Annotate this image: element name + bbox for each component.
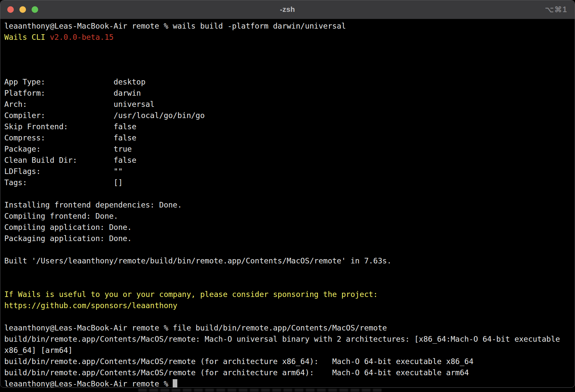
terminal-line: Compiler: /usr/local/go/bin/go (4, 110, 575, 121)
terminal-line: Platform: darwin (4, 87, 575, 99)
terminal-text-segment: Wails CLI (4, 33, 50, 41)
terminal-line: LDFlags: "" (4, 166, 575, 177)
terminal-text-segment: Compiling application: Done. (4, 223, 132, 232)
terminal-line: Compiling application: Done. (4, 222, 575, 233)
terminal-line: Compiling frontend: Done. (4, 210, 575, 222)
terminal-cursor (173, 379, 177, 388)
terminal-line (4, 188, 575, 199)
terminal-text-segment: build/bin/remote.app/Contents/MacOS/remo… (4, 335, 560, 343)
window-title: -zsh (0, 5, 575, 14)
terminal-line: Built '/Users/leaanthony/remote/build/bi… (4, 255, 575, 266)
terminal-text-segment: Compress: false (4, 134, 137, 142)
terminal-text-segment: Package: true (4, 145, 132, 153)
terminal-line: If Wails is useful to you or your compan… (4, 289, 575, 300)
terminal-text-segment: x86_64] [arm64] (4, 346, 73, 355)
terminal-text-segment: Compiler: /usr/local/go/bin/go (4, 111, 205, 120)
terminal-line: Clean Build Dir: false (4, 155, 575, 166)
terminal-text-segment: Packaging application: Done. (4, 234, 132, 243)
terminal-text-segment: Platform: darwin (4, 89, 141, 97)
terminal-text-segment: If Wails is useful to you or your compan… (4, 290, 378, 299)
background-window-remnant (138, 389, 382, 392)
terminal-text-segment: build/bin/remote.app/Contents/MacOS/remo… (4, 368, 469, 377)
terminal-line: x86_64] [arm64] (4, 345, 575, 356)
terminal-line: https://github.com/sponsors/leaanthony (4, 300, 575, 311)
terminal-line (4, 43, 575, 54)
terminal-text-segment: Built '/Users/leaanthony/remote/build/bi… (4, 257, 391, 265)
terminal-line (4, 244, 575, 255)
terminal-line: Arch: universal (4, 99, 575, 110)
terminal-text-segment: https://github.com/sponsors/leaanthony (4, 301, 177, 310)
terminal-text-segment: leaanthony@Leas-MacBook-Air remote % fil… (4, 324, 387, 332)
terminal-text-segment: Tags: [] (4, 178, 123, 187)
terminal-line: Packaging application: Done. (4, 233, 575, 244)
traffic-lights (7, 0, 38, 19)
terminal-line: build/bin/remote.app/Contents/MacOS/remo… (4, 333, 575, 345)
terminal-line (4, 311, 575, 322)
terminal-line: leaanthony@Leas-MacBook-Air remote % wai… (4, 20, 575, 32)
terminal-text-segment: Installing frontend dependencies: Done. (4, 201, 182, 209)
window-titlebar[interactable]: -zsh ⌥⌘1 (0, 0, 575, 19)
terminal-text-segment: LDFlags: "" (4, 167, 123, 176)
terminal-line (4, 278, 575, 289)
terminal-text-segment: v2.0.0-beta.15 (50, 33, 113, 41)
terminal-line (4, 266, 575, 278)
terminal-line (4, 54, 575, 65)
terminal-line: build/bin/remote.app/Contents/MacOS/remo… (4, 356, 575, 367)
terminal-text-segment: leaanthony@Leas-MacBook-Air remote % wai… (4, 22, 346, 30)
terminal-line: Tags: [] (4, 177, 575, 188)
terminal-line: Compress: false (4, 132, 575, 143)
terminal-output-area[interactable]: leaanthony@Leas-MacBook-Air remote % wai… (0, 19, 575, 388)
terminal-text-segment: Skip Frontend: false (4, 122, 137, 131)
terminal-text-segment: App Type: desktop (4, 78, 145, 86)
terminal-text-segment: leaanthony@Leas-MacBook-Air remote % (4, 380, 173, 388)
terminal-line: Package: true (4, 143, 575, 155)
terminal-line: App Type: desktop (4, 76, 575, 87)
terminal-text-segment: build/bin/remote.app/Contents/MacOS/remo… (4, 357, 473, 366)
close-button[interactable] (7, 6, 14, 13)
terminal-line: Installing frontend dependencies: Done. (4, 199, 575, 210)
window-shortcut-badge: ⌥⌘1 (545, 0, 567, 19)
screenshot-root: -zsh ⌥⌘1 leaanthony@Leas-MacBook-Air rem… (0, 0, 575, 392)
zoom-button[interactable] (32, 6, 38, 13)
terminal-line: Skip Frontend: false (4, 121, 575, 132)
terminal-window: -zsh ⌥⌘1 leaanthony@Leas-MacBook-Air rem… (0, 0, 575, 388)
terminal-text-segment: Compiling frontend: Done. (4, 212, 118, 220)
terminal-text-segment: Arch: universal (4, 100, 155, 109)
terminal-text-segment: Clean Build Dir: false (4, 156, 137, 164)
terminal-line: Wails CLI v2.0.0-beta.15 (4, 32, 575, 43)
terminal-line: leaanthony@Leas-MacBook-Air remote % fil… (4, 322, 575, 333)
terminal-line (4, 65, 575, 76)
minimize-button[interactable] (19, 6, 26, 13)
terminal-line: leaanthony@Leas-MacBook-Air remote % (4, 378, 575, 388)
terminal-line: build/bin/remote.app/Contents/MacOS/remo… (4, 367, 575, 378)
